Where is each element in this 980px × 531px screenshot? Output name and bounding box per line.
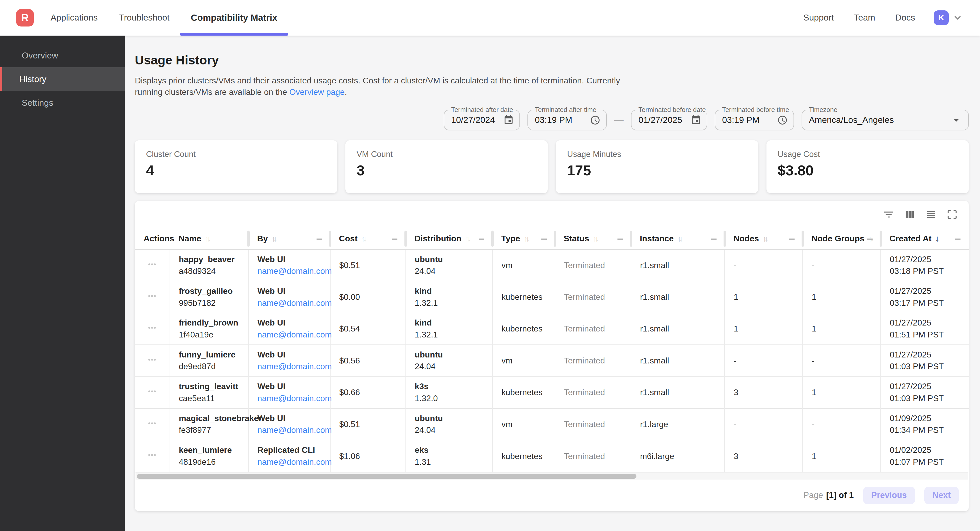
sort-icon: ↑↓ — [524, 235, 527, 243]
dropdown-arrow-icon[interactable] — [944, 114, 963, 126]
table-row: funny_lumierede9ed87d Web UIname@domain.… — [135, 345, 969, 376]
column-menu-icon[interactable] — [616, 235, 624, 243]
row-actions-button[interactable] — [146, 386, 158, 397]
sidebar-item-history[interactable]: History — [0, 67, 125, 91]
sidebar-item-settings[interactable]: Settings — [0, 91, 125, 114]
stat-card-usage-minutes: Usage Minutes 175 — [556, 140, 758, 193]
column-menu-icon[interactable] — [710, 235, 718, 243]
table-header-row: Actions Name↑↓ By↑↓ Cost↑↓ Distribution↑… — [135, 228, 969, 249]
fullscreen-icon[interactable] — [946, 209, 958, 220]
chevron-down-icon[interactable] — [951, 11, 964, 24]
clock-icon[interactable] — [771, 115, 788, 125]
col-header-by[interactable]: By↑↓ — [248, 228, 330, 249]
nav-item-troubleshoot[interactable]: Troubleshoot — [108, 0, 180, 36]
stat-card-cluster-count: Cluster Count 4 — [135, 140, 337, 193]
scrollbar-thumb[interactable] — [137, 474, 636, 479]
calendar-icon[interactable] — [684, 115, 701, 125]
column-menu-icon[interactable] — [315, 235, 323, 243]
status-badge: Terminated — [564, 388, 605, 397]
cluster-name: trusting_leavitt — [179, 380, 243, 393]
cluster-name: happy_beaver — [179, 254, 243, 265]
nav-item-team[interactable]: Team — [844, 13, 885, 22]
nav-item-support[interactable]: Support — [793, 13, 844, 22]
table-row: happy_beavera48d9324 Web UIname@domain.c… — [135, 249, 969, 281]
main-content: Usage History Displays prior clusters/VM… — [125, 36, 980, 531]
col-header-created-at[interactable]: Created At↓ — [881, 228, 969, 249]
email-link[interactable]: name@domain.com — [258, 265, 325, 277]
previous-button[interactable]: Previous — [863, 487, 915, 504]
col-header-distribution[interactable]: Distribution↑↓ — [406, 228, 493, 249]
row-actions-button[interactable] — [146, 354, 158, 365]
col-header-status[interactable]: Status↑↓ — [555, 228, 631, 249]
page-title: Usage History — [135, 53, 219, 67]
pagination: Page [1] of 1 Previous Next — [135, 480, 969, 511]
cluster-id: de9ed87d — [179, 361, 243, 372]
nav-item-docs[interactable]: Docs — [885, 13, 925, 22]
sort-icon: ↑↓ — [205, 235, 208, 243]
page-label: Page — [803, 490, 823, 500]
status-badge: Terminated — [564, 356, 605, 365]
row-actions-button[interactable] — [146, 322, 158, 333]
status-badge: Terminated — [564, 261, 605, 270]
terminated-after-date-field[interactable]: Terminated after date 10/27/2024 — [444, 109, 520, 130]
calendar-icon[interactable] — [497, 115, 514, 125]
cluster-id: 4819de16 — [179, 456, 243, 468]
email-link[interactable]: name@domain.com — [258, 393, 325, 404]
row-actions-button[interactable] — [146, 290, 158, 302]
column-menu-icon[interactable] — [391, 235, 399, 243]
sidebar-item-overview[interactable]: Overview — [0, 44, 125, 67]
col-header-actions: Actions — [135, 228, 170, 249]
filter-icon[interactable] — [883, 209, 895, 220]
sort-icon: ↑↓ — [678, 235, 681, 243]
terminated-after-time-field[interactable]: Terminated after time 03:19 PM — [527, 109, 607, 130]
col-header-name[interactable]: Name↑↓ — [170, 228, 248, 249]
column-menu-icon[interactable] — [788, 235, 796, 243]
usage-history-table: Actions Name↑↓ By↑↓ Cost↑↓ Distribution↑… — [135, 228, 969, 472]
column-menu-icon[interactable] — [954, 235, 962, 243]
stat-cards: Cluster Count 4 VM Count 3 Usage Minutes… — [135, 140, 969, 193]
sort-icon: ↑↓ — [763, 235, 767, 243]
col-header-instance[interactable]: Instance↑↓ — [631, 228, 725, 249]
stat-card-usage-cost: Usage Cost $3.80 — [767, 140, 969, 193]
col-header-cost[interactable]: Cost↑↓ — [330, 228, 406, 249]
timezone-select[interactable]: Timezone America/Los_Angeles — [802, 109, 969, 130]
email-link[interactable]: name@domain.com — [258, 297, 325, 309]
table-row: trusting_leavittcae5ea11 Web UIname@doma… — [135, 377, 969, 408]
columns-icon[interactable] — [904, 209, 916, 220]
usage-table-card: Actions Name↑↓ By↑↓ Cost↑↓ Distribution↑… — [135, 201, 969, 511]
density-icon[interactable] — [925, 209, 937, 220]
column-menu-icon[interactable] — [477, 235, 485, 243]
horizontal-scrollbar[interactable] — [135, 472, 968, 480]
avatar[interactable]: K — [934, 10, 949, 25]
nav-item-compatibility-matrix[interactable]: Compatibility Matrix — [180, 0, 288, 36]
terminated-before-date-field[interactable]: Terminated before date 01/27/2025 — [631, 109, 707, 130]
secondary-nav: Support Team Docs K — [793, 10, 964, 25]
sort-icon: ↑↓ — [465, 235, 469, 243]
sort-icon: ↑↓ — [272, 235, 275, 243]
sort-icon: ↑↓ — [361, 235, 365, 243]
email-link[interactable]: name@domain.com — [258, 456, 325, 468]
col-header-nodes[interactable]: Nodes↑↓ — [725, 228, 803, 249]
next-button[interactable]: Next — [924, 487, 959, 504]
col-header-type[interactable]: Type↑↓ — [493, 228, 555, 249]
row-actions-button[interactable] — [146, 449, 158, 461]
column-menu-icon[interactable] — [866, 235, 874, 243]
status-badge: Terminated — [564, 420, 605, 429]
status-badge: Terminated — [564, 292, 605, 302]
email-link[interactable]: name@domain.com — [258, 424, 325, 436]
brand-logo[interactable]: R — [16, 9, 33, 27]
cluster-id: cae5ea11 — [179, 393, 243, 404]
cluster-id: fe3f8977 — [179, 424, 243, 436]
overview-page-link[interactable]: Overview page — [290, 87, 345, 97]
clock-icon[interactable] — [584, 115, 601, 125]
cluster-name: frosty_galileo — [179, 285, 243, 297]
sort-desc-icon: ↓ — [935, 234, 939, 243]
email-link[interactable]: name@domain.com — [258, 361, 325, 372]
column-menu-icon[interactable] — [540, 235, 548, 243]
nav-item-applications[interactable]: Applications — [40, 0, 108, 36]
col-header-node-groups[interactable]: Node Groups↑↓ — [803, 228, 881, 249]
email-link[interactable]: name@domain.com — [258, 329, 325, 341]
terminated-before-time-field[interactable]: Terminated before time 03:19 PM — [715, 109, 794, 130]
row-actions-button[interactable] — [146, 418, 158, 429]
row-actions-button[interactable] — [146, 259, 158, 270]
